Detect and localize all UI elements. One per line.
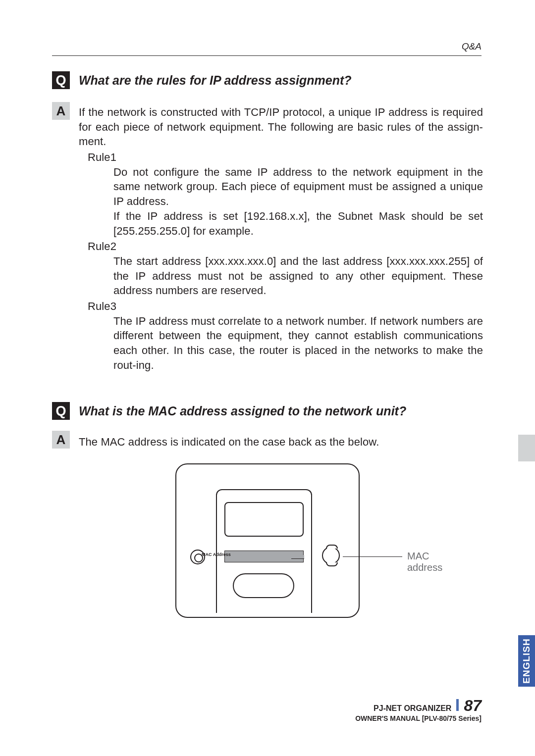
rule-3-body: The IP address must correlate to a netwo… <box>79 314 483 373</box>
qa-block-1: Q What are the rules for IP address assi… <box>52 70 483 89</box>
qa-block-2: Q What is the MAC address assigned to th… <box>52 401 483 420</box>
callout-line <box>343 556 402 557</box>
rule-2-body: The start address [xxx.xxx.xxx.0] and th… <box>79 254 483 298</box>
a-marker: A <box>52 431 70 449</box>
question-text: What is the MAC address assigned to the … <box>79 401 406 418</box>
mac-address-diagram: MAC Address MAC address <box>175 463 360 618</box>
small-rect <box>224 502 304 537</box>
rule-1-label: Rule1 <box>79 150 483 165</box>
right-screw-icon <box>322 547 340 564</box>
a-marker: A <box>52 102 70 120</box>
stadium-shape <box>233 573 294 598</box>
rule-2-label: Rule2 <box>79 239 483 254</box>
language-tab: ENGLISH <box>518 635 535 687</box>
page-section-header: Q&A <box>462 41 482 52</box>
answer-text: The MAC address is indicated on the case… <box>79 431 483 450</box>
footer-manual: OWNER'S MANUAL [PLV-80/75 Series] <box>355 714 482 722</box>
page-number: 87 <box>464 697 482 715</box>
left-screw-icon <box>190 550 205 564</box>
q-marker: Q <box>52 402 70 420</box>
footer-product: PJ-NET ORGANIZER <box>374 704 451 713</box>
answer-block-1: A If the network is constructed with TCP… <box>52 102 483 372</box>
mac-label-inside: MAC Address <box>202 552 231 557</box>
question-text: What are the rules for IP address assign… <box>79 70 352 88</box>
side-gray-tab <box>518 435 535 461</box>
answer-intro-text: If the network is constructed with TCP/I… <box>79 106 483 148</box>
page-footer: PJ-NET ORGANIZER 87 OWNER'S MANUAL [PLV-… <box>355 697 482 722</box>
figure-wrap: MAC Address MAC address <box>52 463 483 618</box>
header-rule <box>52 55 482 56</box>
mac-strip-notch <box>291 555 304 559</box>
rule-1-body: Do not configure the same IP address to … <box>79 165 483 238</box>
answer-intro: If the network is constructed with TCP/I… <box>79 102 483 372</box>
answer-block-2: A The MAC address is indicated on the ca… <box>52 431 483 450</box>
mac-strip <box>224 551 304 562</box>
language-tab-label: ENGLISH <box>521 638 532 683</box>
rule-3-label: Rule3 <box>79 299 483 314</box>
mac-callout-label: MAC address <box>407 551 442 573</box>
footer-bar-icon <box>456 699 459 711</box>
q-marker: Q <box>52 71 70 89</box>
